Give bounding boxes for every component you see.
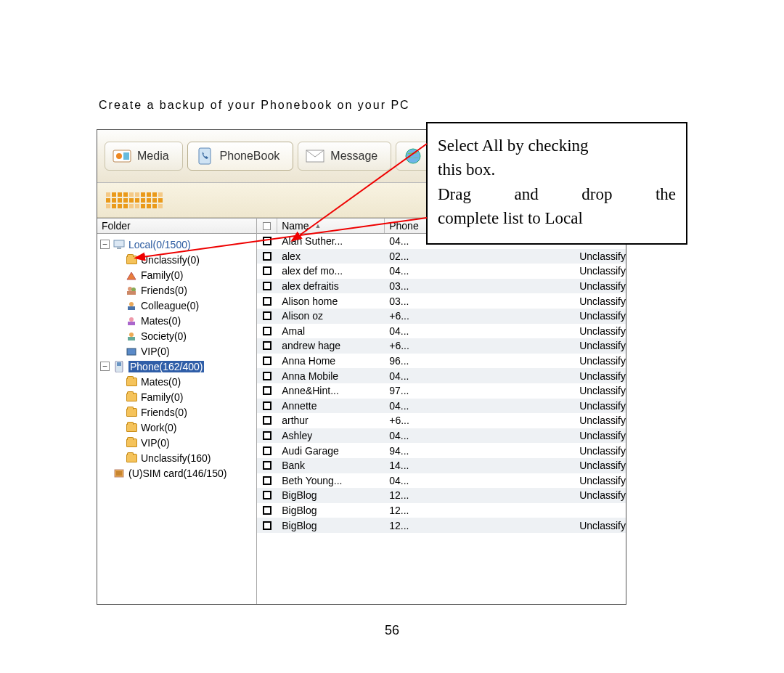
tree-node-vip[interactable]: VIP(0): [100, 343, 256, 359]
table-row[interactable]: Annette04...Unclassify: [257, 399, 626, 414]
monitor-icon: [113, 239, 126, 250]
table-row[interactable]: alex defraitis03...Unclassify: [257, 279, 626, 294]
table-row[interactable]: Bank14...Unclassify: [257, 458, 626, 473]
row-checkbox[interactable]: [257, 356, 277, 365]
table-row[interactable]: Amal04...Unclassify: [257, 324, 626, 339]
tree-node-phone[interactable]: − Phone(162/400): [100, 359, 256, 374]
tree-node-friends[interactable]: Friends(0): [100, 404, 256, 420]
table-row[interactable]: Audi Garage94...Unclassify: [257, 443, 626, 458]
cell-type: Unclassify: [575, 340, 626, 351]
cell-name: Alison oz: [277, 310, 385, 322]
message-icon: [306, 147, 324, 166]
phonebook-icon: [195, 147, 214, 166]
table-row[interactable]: Ashley04...Unclassify: [257, 428, 626, 444]
tab-phonebook[interactable]: PhoneBook: [187, 142, 294, 171]
row-checkbox[interactable]: [257, 386, 277, 395]
tab-message[interactable]: Message: [298, 142, 391, 171]
tree-node-family[interactable]: Family(0): [100, 389, 256, 404]
tree-node-local[interactable]: − Local(0/1500): [100, 237, 256, 252]
phone-device-icon: [113, 361, 126, 372]
cell-phone: 12...: [385, 505, 465, 516]
tree-label: Friends(0): [141, 285, 187, 296]
tree-label: Unclassify(160): [141, 452, 211, 464]
row-checkbox[interactable]: [257, 327, 277, 335]
row-checkbox[interactable]: [257, 297, 277, 306]
cell-phone: 96...: [385, 355, 465, 367]
expander-minus-icon[interactable]: −: [100, 240, 110, 249]
tree-node-mates[interactable]: Mates(0): [100, 374, 256, 389]
tree-node-mates[interactable]: Mates(0): [100, 313, 256, 328]
select-all-checkbox[interactable]: [257, 219, 277, 233]
row-checkbox[interactable]: [257, 506, 277, 515]
row-checkbox[interactable]: [257, 237, 277, 245]
row-checkbox[interactable]: [257, 266, 277, 275]
society-icon: [125, 330, 138, 342]
row-checkbox[interactable]: [257, 252, 277, 261]
table-row[interactable]: Anna Mobile04...Unclassify: [257, 368, 626, 383]
tree-label: (U)SIM card(146/150): [128, 468, 226, 479]
cell-phone: 04...: [385, 400, 465, 412]
table-row[interactable]: BigBlog12...: [257, 503, 626, 518]
cell-name: Audi Garage: [277, 445, 385, 457]
table-row[interactable]: Alison oz+6...Unclassify: [257, 309, 626, 324]
cell-type: Unclassify: [575, 280, 626, 292]
cell-name: Anne&Hint...: [277, 385, 385, 396]
globe-icon: [404, 147, 422, 166]
row-checkbox[interactable]: [257, 491, 277, 499]
row-checkbox[interactable]: [257, 311, 277, 320]
tree-node-unclassify[interactable]: Unclassify(0): [100, 252, 256, 267]
table-row[interactable]: Anne&Hint...97...Unclassify: [257, 383, 626, 399]
sim-icon: [113, 468, 126, 479]
row-checkbox[interactable]: [257, 446, 277, 455]
table-row[interactable]: BigBlog12...Unclassify: [257, 518, 626, 533]
folder-icon: [125, 437, 138, 449]
row-checkbox[interactable]: [257, 372, 277, 380]
table-row[interactable]: andrew hage+6...Unclassify: [257, 338, 626, 354]
folder-header[interactable]: Folder: [97, 218, 257, 234]
table-row[interactable]: alex def mo...04...Unclassify: [257, 264, 626, 279]
table-row[interactable]: Anna Home96...Unclassify: [257, 354, 626, 369]
tab-media[interactable]: Media: [105, 142, 183, 171]
cell-phone: +6...: [385, 415, 465, 426]
tree-node-unclassify[interactable]: Unclassify(160): [100, 450, 256, 465]
cell-type: Unclassify: [575, 370, 626, 382]
cell-name: Amal: [277, 325, 385, 337]
tree-node-sim[interactable]: (U)SIM card(146/150): [100, 465, 256, 481]
folder-icon: [125, 254, 138, 266]
row-checkbox[interactable]: [257, 416, 277, 425]
annotation-callout: Select All by checking this box. Drag an…: [426, 122, 687, 245]
cell-phone: 04...: [385, 265, 465, 277]
row-checkbox[interactable]: [257, 461, 277, 470]
expander-minus-icon[interactable]: −: [100, 362, 110, 371]
svg-point-1: [116, 153, 122, 159]
folder-icon: [125, 422, 138, 433]
row-checkbox[interactable]: [257, 521, 277, 530]
table-row[interactable]: Beth Young...04...Unclassify: [257, 473, 626, 489]
table-row[interactable]: alex02...Unclassify: [257, 249, 626, 264]
cell-type: Unclassify: [575, 310, 626, 322]
table-row[interactable]: arthur+6...Unclassify: [257, 413, 626, 428]
row-checkbox[interactable]: [257, 431, 277, 440]
tree-label: Family(0): [141, 269, 183, 281]
svg-rect-17: [127, 348, 136, 355]
row-checkbox[interactable]: [257, 401, 277, 410]
svg-rect-19: [117, 362, 121, 366]
tree-node-vip[interactable]: VIP(0): [100, 435, 256, 450]
svg-rect-12: [128, 306, 135, 310]
tab-phonebook-label: PhoneBook: [220, 150, 280, 163]
row-checkbox[interactable]: [257, 341, 277, 350]
cell-phone: 04...: [385, 325, 465, 337]
callout-line: Drag and drop the: [438, 182, 676, 206]
tree-node-colleague[interactable]: Colleague(0): [100, 298, 256, 313]
row-checkbox[interactable]: [257, 476, 277, 485]
column-header-name[interactable]: Name▲: [277, 219, 385, 233]
cell-type: Unclassify: [575, 295, 626, 307]
tree-node-friends[interactable]: Friends(0): [100, 282, 256, 298]
cell-type: Unclassify: [575, 415, 626, 426]
tree-node-work[interactable]: Work(0): [100, 420, 256, 435]
tree-node-society[interactable]: Society(0): [100, 328, 256, 343]
row-checkbox[interactable]: [257, 282, 277, 290]
tree-node-family[interactable]: Family(0): [100, 267, 256, 282]
table-row[interactable]: BigBlog12...Unclassify: [257, 488, 626, 503]
table-row[interactable]: Alison home03...Unclassify: [257, 293, 626, 309]
